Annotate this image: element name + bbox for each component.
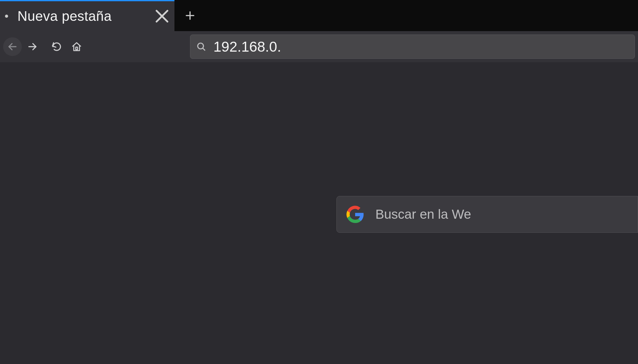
arrow-right-icon bbox=[27, 41, 38, 52]
url-input[interactable] bbox=[213, 38, 629, 55]
home-icon bbox=[71, 41, 82, 52]
tab-strip: Nueva pestaña bbox=[0, 0, 638, 31]
tab-loading-indicator-icon bbox=[5, 15, 8, 18]
page-search-box[interactable]: Buscar en la We bbox=[336, 196, 638, 233]
close-icon bbox=[153, 7, 171, 26]
page-search-placeholder: Buscar en la We bbox=[375, 207, 471, 222]
forward-button[interactable] bbox=[23, 37, 42, 56]
arrow-left-icon bbox=[7, 41, 18, 52]
tab-active[interactable]: Nueva pestaña bbox=[0, 0, 174, 31]
tab-close-button[interactable] bbox=[153, 7, 171, 26]
google-logo-icon bbox=[346, 205, 364, 223]
svg-rect-6 bbox=[76, 47, 78, 50]
plus-icon bbox=[184, 10, 196, 21]
new-tab-button[interactable] bbox=[174, 0, 206, 31]
search-icon bbox=[196, 41, 207, 52]
tab-title: Nueva pestaña bbox=[17, 8, 153, 24]
reload-icon bbox=[51, 41, 62, 52]
page-content: Buscar en la We bbox=[0, 62, 638, 364]
reload-button[interactable] bbox=[47, 37, 66, 56]
svg-line-8 bbox=[203, 48, 205, 50]
navigation-toolbar bbox=[0, 31, 638, 62]
back-button[interactable] bbox=[3, 37, 22, 56]
url-bar[interactable] bbox=[190, 35, 635, 59]
home-button[interactable] bbox=[67, 37, 86, 56]
